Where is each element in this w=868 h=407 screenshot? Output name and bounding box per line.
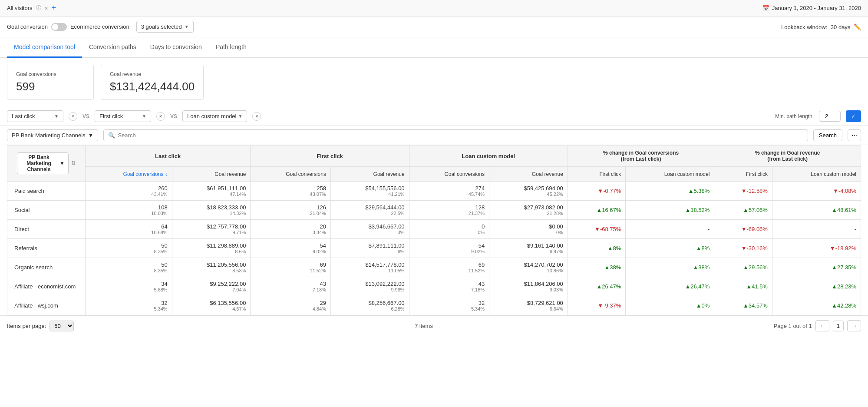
pct-cm-rev-cell: - xyxy=(772,220,861,239)
more-options-btn[interactable]: ⋯ xyxy=(848,129,861,141)
date-range-value: January 1, 2020 - January 31, 2020 xyxy=(772,5,861,11)
apply-btn[interactable]: ✓ xyxy=(846,110,861,122)
cm-conv-cell: 274 45.74% xyxy=(409,182,489,201)
tab-conversion-paths[interactable]: Conversion paths xyxy=(82,37,143,58)
search-button[interactable]: Search xyxy=(813,129,842,141)
cm-conv-cell: 69 11.52% xyxy=(409,258,489,277)
channel-cell: Direct xyxy=(7,220,86,239)
tabs-bar: Model comparison tool Conversion paths D… xyxy=(0,37,868,58)
last-click-model-select[interactable]: Last click ▼ xyxy=(7,110,63,122)
prev-page-btn[interactable]: ← xyxy=(815,320,829,331)
config-bar-left: Goal conversion Ecommerce conversion 3 g… xyxy=(7,21,194,33)
data-table-container: PP Bank Marketing Channels ▼ ⇅ Last clic… xyxy=(0,145,868,315)
pct-cm-rev-cell: ▲28.23% xyxy=(772,277,861,296)
pct-fc-conv-cell: ▼-9.37% xyxy=(568,296,626,315)
tab-days-to-conversion[interactable]: Days to conversion xyxy=(143,37,209,58)
goals-selected-value: 3 goals selected xyxy=(141,23,182,30)
cm-rev-cell: $8,729,621.00 6.64% xyxy=(489,296,568,315)
next-page-btn[interactable]: → xyxy=(847,320,861,331)
goal-conversion-toggle[interactable] xyxy=(51,23,67,31)
pct-cm-conv-cell: ▲0% xyxy=(626,296,714,315)
fc-conv-cell: 54 9.02% xyxy=(251,239,331,258)
close-segment-icon[interactable]: × xyxy=(45,5,48,12)
info-icon[interactable]: ⓘ xyxy=(36,4,41,12)
pct-fc-conv-cell: ▲38% xyxy=(568,258,626,277)
lc-conv-cell: 32 5.34% xyxy=(86,296,172,315)
calendar-icon: 📅 xyxy=(762,5,769,11)
pct-cm-rev-cell: ▼-18.92% xyxy=(772,239,861,258)
fc-conv-subheader: Goal conversions xyxy=(251,167,331,182)
lc-conv-cell: 34 5.68% xyxy=(86,277,172,296)
lc-rev-subheader: Goal revenue xyxy=(172,167,251,182)
channel-cell: Social xyxy=(7,201,86,220)
add-segment-icon[interactable]: + xyxy=(52,3,56,13)
lc-rev-cell: $6,135,556.00 4.67% xyxy=(172,296,251,315)
lc-conv-cell: 260 43.41% xyxy=(86,182,172,201)
pct-fc-rev-subheader: First click xyxy=(714,167,772,182)
cm-conv-subheader: Goal conversions xyxy=(409,167,489,182)
table-row: Direct 64 10.68% $12,757,778.00 9.71% 20… xyxy=(7,220,861,239)
tab-path-length[interactable]: Path length xyxy=(209,37,254,58)
min-path-length-input[interactable] xyxy=(819,111,841,122)
table-channel-chevron: ▼ xyxy=(59,160,65,166)
tab-model-comparison[interactable]: Model comparison tool xyxy=(7,37,82,58)
total-items: 7 items xyxy=(415,323,433,329)
pct-fc-rev-cell: ▲34.57% xyxy=(714,296,772,315)
pct-fc-rev-cell: ▼-12.58% xyxy=(714,182,772,201)
cm-conv-cell: 32 5.34% xyxy=(409,296,489,315)
table-row: Social 108 18.03% $18,823,333.00 14.32% … xyxy=(7,201,861,220)
filter-row: PP Bank Marketing Channels ▼ 🔍 Search ⋯ xyxy=(0,126,868,145)
first-click-group-header: First click xyxy=(251,146,409,167)
pct-fc-rev-cell: ▼-69.06% xyxy=(714,220,772,239)
cm-rev-subheader: Goal revenue xyxy=(489,167,568,182)
lc-conv-cell: 50 8.35% xyxy=(86,239,172,258)
channel-cell: Organic search xyxy=(7,258,86,277)
channel-cell: Referrals xyxy=(7,239,86,258)
vs-label-2: VS xyxy=(170,113,177,119)
remove-first-click-btn[interactable]: × xyxy=(156,112,165,121)
pct-fc-rev-cell: ▼-30.16% xyxy=(714,239,772,258)
remove-loan-custom-btn[interactable]: × xyxy=(252,112,261,121)
items-per-page-select[interactable]: 50 25 100 xyxy=(50,321,74,331)
fc-rev-cell: $14,517,778.00 11.05% xyxy=(330,258,409,277)
lc-conv-cell: 64 10.68% xyxy=(86,220,172,239)
lookback-edit-icon[interactable]: ✏️ xyxy=(854,23,861,30)
cm-rev-cell: $59,425,694.00 45.22% xyxy=(489,182,568,201)
cm-rev-cell: $11,864,206.00 9.03% xyxy=(489,277,568,296)
pct-conv-group-header: % change in Goal conversions (from Last … xyxy=(568,146,714,167)
remove-last-click-btn[interactable]: × xyxy=(69,112,77,121)
goals-dropdown-chevron: ▼ xyxy=(185,24,189,29)
search-input[interactable] xyxy=(118,132,803,139)
config-bar: Goal conversion Ecommerce conversion 3 g… xyxy=(0,17,868,37)
pct-fc-rev-cell: ▲57.06% xyxy=(714,201,772,220)
pct-fc-conv-cell: ▲16.67% xyxy=(568,201,626,220)
lc-conv-subheader[interactable]: Goal conversions ↓ xyxy=(86,167,172,182)
loan-custom-model-select[interactable]: Loan custom model ▼ xyxy=(182,110,247,122)
first-click-model-select[interactable]: First click ▼ xyxy=(95,110,151,122)
cm-rev-cell: $0.00 0% xyxy=(489,220,568,239)
loan-custom-chevron: ▼ xyxy=(238,114,242,119)
sort-icon[interactable]: ⇅ xyxy=(71,160,76,166)
search-box-icon: 🔍 xyxy=(108,132,115,139)
table-channel-label: PP Bank Marketing Channels xyxy=(21,154,57,172)
channel-cell: Affiliate - wsj.com xyxy=(7,296,86,315)
fc-rev-cell: $29,564,444.00 22.5% xyxy=(330,201,409,220)
top-bar: All visitors ⓘ × + 📅 January 1, 2020 - J… xyxy=(0,0,868,17)
items-per-page-label: Items per page: xyxy=(7,323,46,329)
table-footer: Items per page: 50 25 100 7 items Page 1… xyxy=(0,315,868,336)
cm-conv-cell: 0 0% xyxy=(409,220,489,239)
lc-rev-cell: $18,823,333.00 14.32% xyxy=(172,201,251,220)
channel-dropdown-chevron: ▼ xyxy=(88,132,94,139)
lc-conv-cell: 108 18.03% xyxy=(86,201,172,220)
goals-selected-dropdown[interactable]: 3 goals selected ▼ xyxy=(136,21,194,33)
items-per-page: Items per page: 50 25 100 xyxy=(7,321,74,331)
fc-rev-cell: $3,946,667.00 3% xyxy=(330,220,409,239)
goal-revenue-card: Goal revenue $131,424,444.00 xyxy=(101,65,204,100)
page-1-btn[interactable]: 1 xyxy=(833,321,844,331)
pct-cm-conv-cell: ▲18.52% xyxy=(626,201,714,220)
table-sub-header-row: Goal conversions ↓ Goal revenue Goal con… xyxy=(7,167,861,182)
vs-label-1: VS xyxy=(83,113,89,119)
channel-dropdown[interactable]: PP Bank Marketing Channels ▼ xyxy=(7,129,98,141)
table-channel-dropdown[interactable]: PP Bank Marketing Channels ▼ xyxy=(17,152,69,174)
date-range[interactable]: 📅 January 1, 2020 - January 31, 2020 xyxy=(762,5,861,11)
